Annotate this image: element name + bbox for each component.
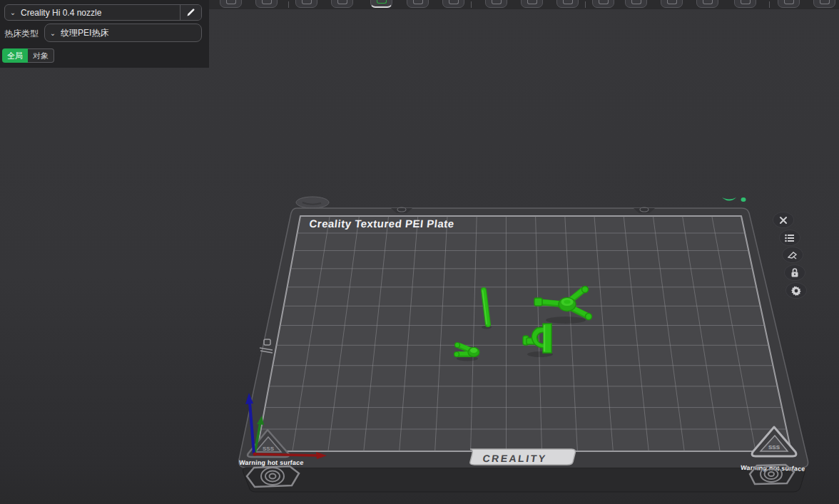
printer-settings-panel: ⌄ Creality Hi 0.4 nozzle 热床类型 ⌄ 纹理PEI热床 …	[0, 0, 209, 68]
bed-type-label: 热床类型	[4, 28, 39, 40]
panels-icon	[413, 0, 423, 4]
square-icon	[741, 0, 751, 4]
panels-toolbar-button[interactable]	[407, 0, 429, 8]
plate-surface[interactable]	[257, 216, 791, 451]
plate-list-button[interactable]	[779, 230, 800, 246]
minus-toolbar-button[interactable]	[442, 0, 464, 8]
diamond-arrow-icon	[302, 0, 312, 4]
slash-icon	[703, 0, 713, 4]
list-icon	[785, 234, 795, 242]
svg-text:SSS: SSS	[768, 444, 780, 451]
plate-brand-tab: CREALITY	[470, 449, 576, 465]
lock-icon	[790, 268, 799, 277]
keyboard-icon	[262, 0, 272, 4]
columns-chart-toolbar-button[interactable]	[813, 0, 835, 8]
chevron-down-icon: ⌄	[5, 9, 21, 16]
keyboard-toolbar-button[interactable]	[255, 0, 278, 8]
pen-slash-toolbar-button[interactable]	[661, 0, 683, 8]
toolbar-divider	[769, 1, 770, 8]
arrow-down-green-icon	[377, 0, 387, 4]
hot-surface-text-left: Warning hot surface	[239, 459, 304, 466]
close-plate-button[interactable]	[773, 212, 794, 228]
pencil-icon	[186, 8, 195, 17]
ratio-1-0-icon	[492, 0, 502, 4]
svg-text:SSS: SSS	[263, 446, 275, 452]
arrow-down-green-toolbar-button[interactable]	[370, 0, 392, 8]
ruler-toolbar-button[interactable]	[778, 0, 800, 8]
edit-printer-button[interactable]	[180, 5, 201, 20]
svg-text:Warning hot surface: Warning hot surface	[239, 459, 304, 466]
caliper-icon	[599, 0, 609, 4]
top-toolbar	[209, 0, 839, 9]
layers-toolbar-button[interactable]	[625, 0, 647, 8]
viewport-3d[interactable]: Creality Textured PEI Plate SSS SSS Warn…	[0, 0, 839, 504]
diamond-arrow-toolbar-button[interactable]	[295, 0, 317, 8]
tray-arrow-toolbar-button[interactable]	[220, 0, 242, 8]
bed-type-value: 纹理PEI热床	[61, 27, 108, 39]
ratio-0-0-icon	[527, 0, 537, 4]
toolbar-divider	[585, 1, 586, 8]
tab-global[interactable]: 全局	[2, 48, 28, 63]
slash-toolbar-button[interactable]	[696, 0, 718, 8]
bed-type-selector[interactable]: ⌄ 纹理PEI热床	[44, 24, 202, 42]
caliper-toolbar-button[interactable]	[592, 0, 614, 8]
chevron-toolbar-button[interactable]	[331, 0, 353, 8]
ruler-dot-toolbar-button[interactable]	[556, 0, 579, 8]
scope-tabs: 全局 对象	[2, 48, 54, 63]
sweep-plate-button[interactable]	[782, 247, 803, 263]
ruler-dot-icon	[563, 0, 573, 4]
tab-object[interactable]: 对象	[28, 48, 54, 63]
ruler-icon	[784, 0, 794, 4]
chevron-icon	[337, 0, 347, 4]
columns-chart-icon	[820, 0, 830, 4]
plate-handle	[296, 197, 329, 208]
chevron-down-icon: ⌄	[45, 29, 61, 37]
ratio-1-0-toolbar-button[interactable]	[485, 0, 507, 8]
printer-selector[interactable]: ⌄ Creality Hi 0.4 nozzle	[4, 4, 202, 21]
plate-title: Creality Textured PEI Plate	[309, 217, 455, 230]
plate-front-skirt	[243, 468, 805, 492]
minus-icon	[449, 0, 459, 4]
svg-text:CREALITY: CREALITY	[482, 453, 548, 464]
printer-selector-value: Creality Hi 0.4 nozzle	[21, 8, 180, 18]
lock-plate-button[interactable]	[784, 264, 805, 281]
selection-marks	[722, 197, 746, 202]
svg-text:Creality Textured PEI Plate: Creality Textured PEI Plate	[309, 217, 455, 230]
tray-arrow-icon	[226, 0, 236, 4]
layers-icon	[631, 0, 641, 4]
plate-settings-button[interactable]	[785, 282, 807, 299]
square-toolbar-button[interactable]	[734, 0, 756, 8]
close-icon	[779, 216, 788, 225]
gear-icon	[791, 286, 801, 296]
toolbar-divider	[288, 1, 289, 8]
pen-slash-icon	[667, 0, 677, 4]
build-plate-scene[interactable]: Creality Textured PEI Plate SSS SSS Warn…	[0, 0, 839, 504]
sweep-icon	[788, 251, 798, 259]
ratio-0-0-toolbar-button[interactable]	[521, 0, 543, 8]
toolbar-divider	[471, 1, 472, 8]
